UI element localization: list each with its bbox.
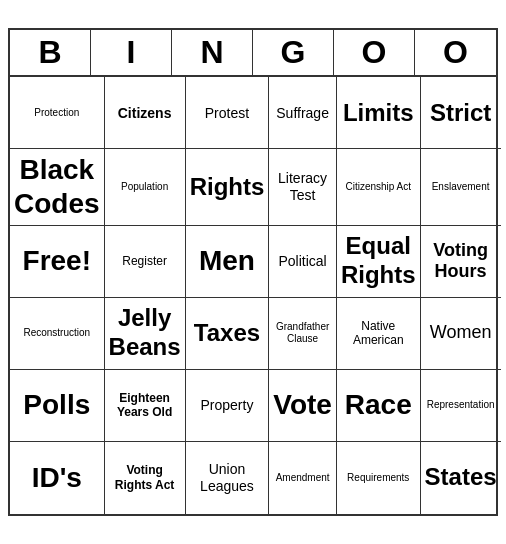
cell-text-r1-c3: Literacy Test <box>273 170 332 204</box>
bingo-header: BINGOO <box>10 30 496 77</box>
cell-text-r2-c0: Free! <box>23 244 91 278</box>
cell-r2-c3: Political <box>269 226 337 298</box>
cell-text-r0-c5: Strict <box>430 99 491 128</box>
cell-r0-c3: Suffrage <box>269 77 337 149</box>
header-letter-B-0: B <box>10 30 91 75</box>
cell-text-r3-c2: Taxes <box>194 319 260 348</box>
cell-text-r5-c4: Requirements <box>347 472 409 484</box>
cell-text-r2-c1: Register <box>122 254 167 268</box>
header-letter-O-4: O <box>334 30 415 75</box>
cell-r4-c2: Property <box>186 370 270 442</box>
cell-text-r3-c3: Grandfather Clause <box>273 321 332 345</box>
cell-text-r5-c0: ID's <box>32 461 82 495</box>
bingo-grid: ProtectionCitizensProtestSuffrageLimitsS… <box>10 77 496 513</box>
header-letter-I-1: I <box>91 30 172 75</box>
cell-r2-c2: Men <box>186 226 270 298</box>
cell-text-r0-c2: Protest <box>205 105 249 122</box>
cell-text-r4-c5: Representation <box>427 399 495 411</box>
cell-text-r2-c4: Equal Rights <box>341 232 416 290</box>
cell-r5-c3: Amendment <box>269 442 337 514</box>
cell-text-r2-c3: Political <box>278 253 326 270</box>
cell-r0-c4: Limits <box>337 77 421 149</box>
cell-r1-c5: Enslavement <box>421 149 501 225</box>
cell-text-r3-c5: Women <box>430 322 492 344</box>
cell-r5-c2: Union Leagues <box>186 442 270 514</box>
cell-text-r0-c4: Limits <box>343 99 414 128</box>
cell-text-r0-c3: Suffrage <box>276 105 329 122</box>
cell-text-r5-c2: Union Leagues <box>190 461 265 495</box>
cell-text-r2-c2: Men <box>199 244 255 278</box>
cell-r2-c5: Voting Hours <box>421 226 501 298</box>
cell-text-r4-c2: Property <box>201 397 254 414</box>
cell-text-r1-c5: Enslavement <box>432 181 490 193</box>
cell-text-r3-c4: Native American <box>341 319 416 348</box>
header-letter-O-5: O <box>415 30 496 75</box>
cell-r4-c0: Polls <box>10 370 105 442</box>
cell-r5-c1: Voting Rights Act <box>105 442 186 514</box>
cell-r4-c4: Race <box>337 370 421 442</box>
cell-r0-c2: Protest <box>186 77 270 149</box>
cell-r3-c2: Taxes <box>186 298 270 370</box>
cell-text-r2-c5: Voting Hours <box>425 240 497 283</box>
cell-text-r4-c4: Race <box>345 388 412 422</box>
cell-text-r4-c1: Eighteen Years Old <box>109 391 181 420</box>
cell-r2-c0: Free! <box>10 226 105 298</box>
cell-r0-c5: Strict <box>421 77 501 149</box>
cell-r2-c1: Register <box>105 226 186 298</box>
cell-r5-c4: Requirements <box>337 442 421 514</box>
cell-r5-c5: States <box>421 442 501 514</box>
cell-r4-c3: Vote <box>269 370 337 442</box>
cell-text-r1-c0: Black Codes <box>14 153 100 220</box>
cell-text-r3-c1: Jelly Beans <box>109 304 181 362</box>
cell-r3-c1: Jelly Beans <box>105 298 186 370</box>
cell-r1-c4: Citizenship Act <box>337 149 421 225</box>
cell-text-r1-c1: Population <box>121 181 168 193</box>
cell-text-r5-c3: Amendment <box>276 472 330 484</box>
cell-text-r1-c4: Citizenship Act <box>345 181 411 193</box>
cell-r4-c1: Eighteen Years Old <box>105 370 186 442</box>
cell-r0-c0: Protection <box>10 77 105 149</box>
cell-text-r1-c2: Rights <box>190 173 265 202</box>
cell-text-r3-c0: Reconstruction <box>23 327 90 339</box>
cell-text-r0-c1: Citizens <box>118 105 172 122</box>
cell-r3-c0: Reconstruction <box>10 298 105 370</box>
cell-text-r0-c0: Protection <box>34 107 79 119</box>
bingo-card: BINGOO ProtectionCitizensProtestSuffrage… <box>8 28 498 515</box>
cell-r3-c4: Native American <box>337 298 421 370</box>
cell-r1-c2: Rights <box>186 149 270 225</box>
cell-text-r5-c5: States <box>425 463 497 492</box>
header-letter-N-2: N <box>172 30 253 75</box>
cell-r1-c0: Black Codes <box>10 149 105 225</box>
cell-r3-c5: Women <box>421 298 501 370</box>
header-letter-G-3: G <box>253 30 334 75</box>
cell-text-r4-c3: Vote <box>273 388 332 422</box>
cell-r2-c4: Equal Rights <box>337 226 421 298</box>
cell-r1-c3: Literacy Test <box>269 149 337 225</box>
cell-r0-c1: Citizens <box>105 77 186 149</box>
cell-text-r5-c1: Voting Rights Act <box>109 463 181 492</box>
cell-r5-c0: ID's <box>10 442 105 514</box>
cell-r4-c5: Representation <box>421 370 501 442</box>
cell-text-r4-c0: Polls <box>23 388 90 422</box>
cell-r3-c3: Grandfather Clause <box>269 298 337 370</box>
cell-r1-c1: Population <box>105 149 186 225</box>
